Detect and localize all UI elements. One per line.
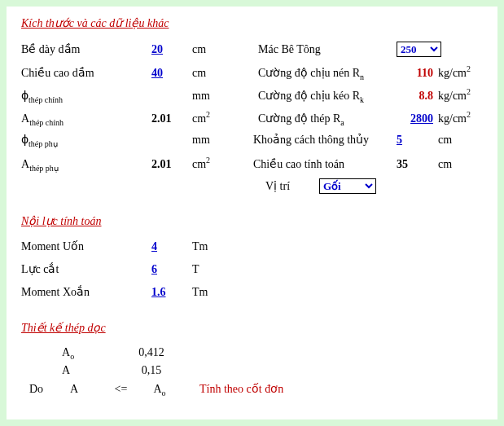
design-cmp-lhs: A [70, 383, 103, 396]
value-luc-cat[interactable]: 6 [151, 263, 157, 275]
label-khoang-cach: Khoảng cách thông thủy [253, 133, 392, 147]
unit-kgcm2: kg/cm2 [438, 110, 483, 125]
section-title-dimensions: Kích thước và các dữ liệu khác [21, 16, 483, 30]
design-cmp-do: Do [21, 383, 70, 396]
unit-cm: cm [192, 43, 237, 56]
design-Ao-label: Ao [62, 346, 94, 361]
unit-cm2: cm2 [192, 110, 237, 125]
label-a-thep-phu: Athép phụ [21, 158, 151, 173]
design-cmp-note: Tính theo cốt đơn [180, 382, 283, 396]
unit-mm: mm [192, 134, 237, 147]
label-rk: Cường độ chịu kéo Rk [258, 89, 397, 104]
label-phi-thep-phu: ϕthép phụ [21, 133, 151, 148]
unit-cm: cm [192, 67, 237, 80]
value-be-day-dam[interactable]: 20 [151, 43, 163, 55]
label-chieu-cao-tt: Chiều cao tính toán [253, 157, 392, 171]
value-chieu-cao-dam[interactable]: 40 [151, 67, 163, 79]
label-phi-thep-chinh: ϕthép chính [21, 89, 151, 104]
unit-cm: cm [438, 134, 483, 147]
value-chieu-cao-tt: 35 [392, 158, 438, 171]
design-Ao-value: 0,412 [131, 346, 172, 359]
design-cmp-op: <= [103, 383, 139, 396]
unit-mm: mm [192, 90, 237, 103]
section-title-design: Thiết kế thép dọc [21, 321, 483, 335]
unit-tm: Tm [192, 286, 237, 299]
unit-tm: Tm [192, 240, 237, 253]
select-vi-tri[interactable]: Gối [319, 178, 376, 194]
value-rk: 8.8 [397, 90, 438, 103]
value-a-thep-phu: 2.01 [151, 158, 192, 171]
label-be-day-dam: Bề dày dầm [21, 42, 151, 56]
value-rn: 110 [397, 67, 438, 80]
value-ra[interactable]: 2800 [410, 112, 433, 125]
value-khoang-cach[interactable]: 5 [397, 134, 402, 146]
value-a-thep-chinh: 2.01 [151, 112, 192, 125]
select-mac-betong[interactable]: 250 [397, 42, 441, 57]
design-A-label: A [62, 364, 94, 377]
label-rn: Cường độ chịu nén Rn [258, 66, 397, 81]
label-a-thep-chinh: Athép chính [21, 112, 151, 127]
unit-cm2: cm2 [192, 156, 237, 171]
design-A-value: 0,15 [131, 364, 172, 377]
unit-cm: cm [438, 158, 483, 171]
label-luc-cat: Lực cắt [21, 262, 151, 276]
value-moment-uon[interactable]: 4 [151, 240, 157, 253]
design-cmp-rhs: Ao [139, 383, 180, 397]
label-ra: Cường độ thép Ra [258, 112, 397, 127]
unit-kgcm2: kg/cm2 [438, 87, 483, 103]
label-moment-uon: Moment Uốn [21, 239, 151, 253]
unit-t: T [192, 263, 237, 276]
label-vi-tri: Vị trí [265, 179, 314, 193]
label-moment-xoan: Moment Xoắn [21, 285, 151, 299]
unit-kgcm2: kg/cm2 [438, 64, 483, 80]
label-mac-betong: Mác Bê Tông [258, 43, 397, 56]
label-chieu-cao-dam: Chiều cao dầm [21, 66, 151, 80]
value-moment-xoan[interactable]: 1.6 [151, 286, 166, 298]
section-title-forces: Nội lực tính toán [21, 214, 483, 228]
